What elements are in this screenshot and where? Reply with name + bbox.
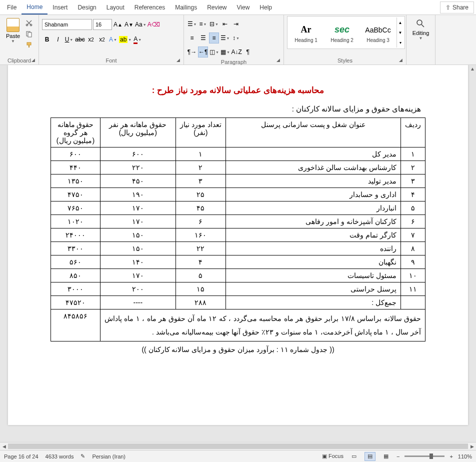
multilevel-button[interactable]: ⊟▼ bbox=[209, 18, 219, 30]
header-per-person: حقوق ماهانه هر نفر (میلیون ریال) bbox=[100, 118, 176, 148]
tab-layout[interactable]: Layout bbox=[102, 1, 130, 14]
table-total-row: جمع‌کل : ۲۸۸ ---- ۴۷۵۲۰ bbox=[51, 296, 426, 310]
borders-button[interactable]: ▦▼ bbox=[220, 46, 230, 58]
chevron-down-icon: ▼ bbox=[11, 39, 15, 44]
print-layout-button[interactable]: ▤ bbox=[364, 452, 376, 461]
scroll-left-button[interactable]: ◀ bbox=[0, 442, 8, 450]
align-left-button[interactable]: ≡ bbox=[187, 32, 197, 44]
style-preview: AaBbCc bbox=[365, 22, 390, 38]
scroll-track[interactable] bbox=[8, 442, 468, 450]
highlight-button[interactable]: ab▼ bbox=[119, 34, 132, 45]
ltr-button[interactable]: ¶→ bbox=[187, 46, 197, 58]
shading-button[interactable]: ◫▼ bbox=[209, 46, 219, 58]
subscript-button[interactable]: x2 bbox=[86, 34, 96, 45]
underline-button[interactable]: U▼ bbox=[64, 34, 74, 45]
tab-design[interactable]: Design bbox=[72, 1, 101, 14]
gallery-expand[interactable]: ▾ bbox=[397, 38, 404, 48]
web-layout-button[interactable]: ▦ bbox=[380, 452, 392, 461]
share-button[interactable]: ⇪ Share bbox=[440, 2, 474, 14]
clear-formatting-button[interactable]: A⌫ bbox=[148, 19, 160, 30]
justify-button[interactable]: ☰▼ bbox=[220, 32, 230, 44]
read-mode-button[interactable]: ▭ bbox=[348, 452, 360, 461]
font-size-input[interactable] bbox=[93, 19, 112, 30]
numbering-button[interactable]: ≡▼ bbox=[198, 18, 208, 30]
editing-button[interactable]: Editing ▼ bbox=[412, 16, 430, 40]
increase-indent-button[interactable]: ⇥ bbox=[231, 18, 241, 30]
paste-button[interactable]: Paste ▼ bbox=[3, 16, 23, 44]
cell-count: ۱۵ bbox=[176, 282, 226, 296]
align-center-button[interactable]: ☰ bbox=[198, 32, 208, 44]
change-case-button[interactable]: Aa▼ bbox=[135, 19, 146, 30]
tab-references[interactable]: References bbox=[130, 1, 170, 14]
shrink-font-button[interactable]: A▼ bbox=[124, 19, 134, 30]
zoom-out-button[interactable]: − bbox=[396, 454, 400, 460]
superscript-button[interactable]: x2 bbox=[97, 34, 107, 45]
cell-per-person: ۴۵۰ bbox=[100, 174, 176, 188]
italic-button[interactable]: I bbox=[53, 34, 63, 45]
grow-font-button[interactable]: A▲ bbox=[113, 19, 123, 30]
document-content[interactable]: محاسبه هزینه‌های عملیاتی سالانه مورد نیا… bbox=[8, 85, 468, 354]
tab-file[interactable]: File bbox=[2, 1, 22, 14]
tab-home[interactable]: Home bbox=[22, 0, 48, 14]
zoom-slider[interactable] bbox=[404, 456, 444, 457]
rtl-button[interactable]: ←¶ bbox=[198, 46, 208, 58]
tab-help[interactable]: Help bbox=[254, 1, 277, 14]
font-dialog-launcher[interactable]: ◢ bbox=[176, 58, 182, 64]
decrease-indent-button[interactable]: ⇤ bbox=[220, 18, 230, 30]
tab-review[interactable]: Review bbox=[202, 1, 232, 14]
paste-icon bbox=[6, 18, 20, 32]
styles-dialog-launcher[interactable]: ◢ bbox=[399, 58, 405, 64]
footnote-value: ۸۴۵۸۵۶ bbox=[51, 310, 100, 342]
style-heading1[interactable]: Ar Heading 1 bbox=[288, 18, 324, 48]
tab-mailings[interactable]: Mailings bbox=[170, 1, 202, 14]
gallery-scroll-down[interactable]: ▼ bbox=[397, 28, 404, 38]
format-painter-button[interactable] bbox=[25, 41, 33, 49]
cell-radif: ۹ bbox=[401, 256, 426, 269]
status-language[interactable]: Persian (Iran) bbox=[92, 454, 126, 460]
status-page[interactable]: Page 16 of 24 bbox=[4, 454, 38, 460]
tab-view[interactable]: View bbox=[232, 1, 255, 14]
font-color-button[interactable]: A▼ bbox=[132, 34, 142, 45]
style-heading3[interactable]: AaBbCc Heading 3 bbox=[360, 18, 396, 48]
copy-button[interactable] bbox=[25, 30, 33, 38]
cell-per-person: ۲۲۰ bbox=[100, 161, 176, 174]
line-spacing-button[interactable]: ↕▼ bbox=[231, 32, 241, 44]
cell-per-group: ۴۴۰ bbox=[51, 161, 100, 174]
paragraph-dialog-launcher[interactable]: ◢ bbox=[276, 58, 282, 64]
zoom-thumb[interactable] bbox=[430, 454, 433, 459]
group-label-styles: Styles bbox=[287, 56, 403, 64]
font-name-input[interactable] bbox=[42, 19, 92, 30]
cell-per-group: ۵۶۰ bbox=[51, 256, 100, 269]
section-subtitle: هزینه‌های حقوق و مزایای سالانه کارکنان : bbox=[23, 104, 421, 114]
scroll-thumb[interactable] bbox=[8, 444, 468, 449]
style-heading2[interactable]: sec Heading 2 bbox=[324, 18, 360, 48]
cell-per-group: ۷۶۵۰ bbox=[51, 202, 100, 215]
cell-count: ۶ bbox=[176, 215, 226, 228]
focus-mode-button[interactable]: ▣ Focus bbox=[322, 453, 344, 460]
strikethrough-button[interactable]: abc bbox=[75, 34, 85, 45]
cell-per-group: ۴۷۵۰ bbox=[51, 188, 100, 202]
gallery-scroll-up[interactable]: ▲ bbox=[397, 18, 404, 28]
show-marks-button[interactable]: ¶ bbox=[243, 46, 253, 58]
cell-position: مدیر کل bbox=[226, 148, 401, 161]
tab-insert[interactable]: Insert bbox=[48, 1, 72, 14]
cell-radif: ۴ bbox=[401, 188, 426, 202]
group-label-clipboard: Clipboard bbox=[3, 56, 36, 64]
zoom-level[interactable]: 110% bbox=[458, 454, 472, 460]
collapse-ribbon-button[interactable]: ▲ bbox=[470, 66, 475, 72]
zoom-in-button[interactable]: + bbox=[450, 454, 452, 460]
cell-position: کارگر تمام وقت bbox=[226, 228, 401, 242]
horizontal-scrollbar[interactable]: ◀ ▶ bbox=[0, 442, 476, 450]
text-effects-button[interactable]: A▼ bbox=[108, 34, 118, 45]
search-icon bbox=[416, 19, 425, 28]
cut-button[interactable] bbox=[25, 19, 33, 27]
bold-button[interactable]: B bbox=[42, 34, 52, 45]
status-words[interactable]: 4633 words bbox=[46, 454, 74, 460]
spellcheck-icon[interactable]: ✎ bbox=[80, 453, 85, 460]
document-area: محاسبه هزینه‌های عملیاتی سالانه مورد نیا… bbox=[0, 65, 476, 450]
align-right-button[interactable]: ≡ bbox=[209, 32, 219, 44]
clipboard-dialog-launcher[interactable]: ◢ bbox=[32, 58, 38, 64]
scroll-right-button[interactable]: ▶ bbox=[468, 442, 476, 450]
sort-button[interactable]: A↓Z bbox=[231, 46, 242, 58]
bullets-button[interactable]: ☰▼ bbox=[187, 18, 197, 30]
